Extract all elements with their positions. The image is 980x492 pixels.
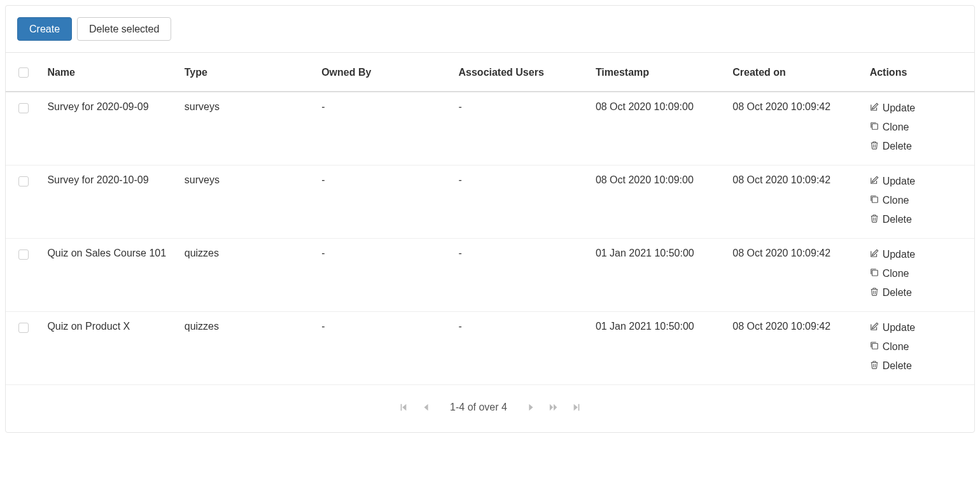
action-update-label: Update	[883, 102, 916, 114]
column-header-timestamp[interactable]: Timestamp	[589, 53, 726, 92]
cell-actions: UpdateCloneDelete	[864, 92, 974, 165]
pager-first-button[interactable]	[399, 403, 408, 412]
copy-icon	[870, 195, 879, 206]
cell-type: quizzes	[178, 239, 315, 312]
svg-rect-2	[872, 271, 878, 276]
cell-timestamp: 08 Oct 2020 10:09:00	[589, 165, 726, 239]
trash-icon	[870, 287, 879, 299]
cell-actions: UpdateCloneDelete	[864, 239, 974, 312]
cell-owned-by: -	[315, 239, 452, 312]
pager-fast-forward-button[interactable]	[549, 403, 558, 412]
data-table: Name Type Owned By Associated Users Time…	[6, 53, 974, 385]
table-row: Quiz on Sales Course 101quizzes--01 Jan …	[6, 239, 974, 312]
pager-last-button[interactable]	[572, 403, 581, 412]
row-select-checkbox[interactable]	[18, 103, 29, 113]
edit-icon	[870, 176, 879, 187]
cell-owned-by: -	[315, 92, 452, 165]
cell-actions: UpdateCloneDelete	[864, 165, 974, 239]
cell-timestamp: 08 Oct 2020 10:09:00	[589, 92, 726, 165]
pager-next-button[interactable]	[526, 403, 535, 412]
action-delete-label: Delete	[883, 287, 912, 299]
action-update-label: Update	[883, 322, 916, 334]
cell-created-on: 08 Oct 2020 10:09:42	[726, 165, 863, 239]
action-update-label: Update	[883, 249, 916, 260]
action-update-link[interactable]: Update	[870, 321, 968, 337]
trash-icon	[870, 360, 879, 372]
action-delete-link[interactable]: Delete	[870, 356, 968, 376]
step-backward-icon	[399, 403, 408, 412]
cell-type: quizzes	[178, 312, 315, 385]
action-clone-link[interactable]: Clone	[870, 337, 968, 356]
caret-right-icon	[526, 403, 535, 412]
action-clone-label: Clone	[883, 268, 909, 279]
action-delete-label: Delete	[883, 360, 912, 372]
column-header-owned-by[interactable]: Owned By	[315, 53, 452, 92]
cell-timestamp: 01 Jan 2021 10:50:00	[589, 312, 726, 385]
cell-type: surveys	[178, 165, 315, 239]
cell-associated-users: -	[452, 165, 589, 239]
cell-associated-users: -	[452, 239, 589, 312]
row-select-checkbox[interactable]	[18, 176, 29, 186]
cell-select	[6, 92, 41, 165]
action-clone-label: Clone	[883, 341, 909, 353]
table-header-row: Name Type Owned By Associated Users Time…	[6, 53, 974, 92]
cell-associated-users: -	[452, 312, 589, 385]
pager-info: 1-4 of over 4	[445, 402, 512, 413]
cell-name: Quiz on Sales Course 101	[41, 239, 178, 312]
action-delete-label: Delete	[883, 141, 912, 152]
action-delete-label: Delete	[883, 214, 912, 225]
row-select-checkbox[interactable]	[18, 250, 29, 260]
table-row: Survey for 2020-09-09surveys--08 Oct 202…	[6, 92, 974, 165]
column-header-name[interactable]: Name	[41, 53, 178, 92]
cell-name: Survey for 2020-10-09	[41, 165, 178, 239]
column-header-type[interactable]: Type	[178, 53, 315, 92]
pager-prev-button[interactable]	[422, 403, 431, 412]
cell-created-on: 08 Oct 2020 10:09:42	[726, 312, 863, 385]
edit-icon	[870, 322, 879, 334]
action-delete-link[interactable]: Delete	[870, 283, 968, 302]
action-delete-link[interactable]: Delete	[870, 137, 968, 156]
action-update-label: Update	[883, 176, 916, 187]
copy-icon	[870, 122, 879, 133]
action-delete-link[interactable]: Delete	[870, 210, 968, 229]
cell-name: Survey for 2020-09-09	[41, 92, 178, 165]
create-button[interactable]: Create	[17, 17, 72, 41]
cell-name: Quiz on Product X	[41, 312, 178, 385]
column-header-actions: Actions	[864, 53, 974, 92]
action-clone-label: Clone	[883, 195, 909, 206]
cell-created-on: 08 Oct 2020 10:09:42	[726, 92, 863, 165]
action-clone-link[interactable]: Clone	[870, 191, 968, 210]
action-clone-label: Clone	[883, 122, 909, 133]
action-update-link[interactable]: Update	[870, 101, 968, 118]
cell-type: surveys	[178, 92, 315, 165]
edit-icon	[870, 249, 879, 260]
action-update-link[interactable]: Update	[870, 174, 968, 191]
cell-owned-by: -	[315, 165, 452, 239]
cell-select	[6, 239, 41, 312]
svg-rect-3	[872, 344, 878, 349]
delete-selected-button[interactable]: Delete selected	[77, 17, 171, 41]
cell-associated-users: -	[452, 92, 589, 165]
column-header-associated-users[interactable]: Associated Users	[452, 53, 589, 92]
fast-forward-icon	[549, 403, 558, 412]
cell-select	[6, 165, 41, 239]
action-update-link[interactable]: Update	[870, 248, 968, 264]
svg-rect-1	[872, 197, 878, 203]
table-row: Quiz on Product Xquizzes--01 Jan 2021 10…	[6, 312, 974, 385]
action-clone-link[interactable]: Clone	[870, 264, 968, 283]
cell-owned-by: -	[315, 312, 452, 385]
trash-icon	[870, 141, 879, 152]
cell-select	[6, 312, 41, 385]
table-wrap: Name Type Owned By Associated Users Time…	[6, 53, 974, 432]
edit-icon	[870, 102, 879, 114]
action-clone-link[interactable]: Clone	[870, 118, 968, 137]
paginator: 1-4 of over 4	[6, 385, 974, 432]
table-row: Survey for 2020-10-09surveys--08 Oct 202…	[6, 165, 974, 239]
step-forward-icon	[572, 403, 581, 412]
row-select-checkbox[interactable]	[18, 323, 29, 333]
column-header-created-on[interactable]: Created on	[726, 53, 863, 92]
cell-timestamp: 01 Jan 2021 10:50:00	[589, 239, 726, 312]
column-header-select	[6, 53, 41, 92]
cell-actions: UpdateCloneDelete	[864, 312, 974, 385]
select-all-checkbox[interactable]	[18, 67, 29, 78]
